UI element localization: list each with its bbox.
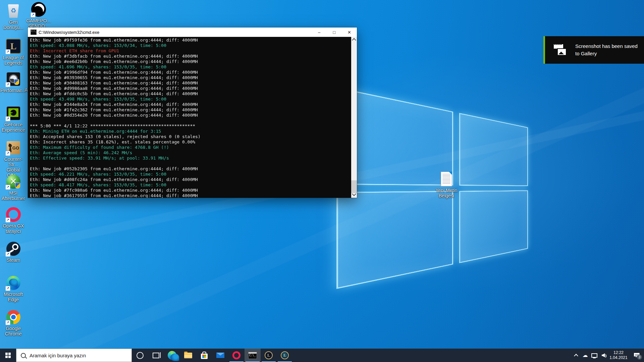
shortcut-arrow-icon: ↗ (5, 151, 10, 156)
taskbar: Aramak için buraya yazın ☁ 12:22 1.04.20… (0, 349, 644, 362)
cmd-icon (31, 29, 37, 35)
volume-icon[interactable] (599, 349, 608, 362)
desktop-icon-geforce[interactable]: ↗GeForce Experience (0, 105, 27, 133)
desktop-icon-label: Google Chrome (0, 326, 27, 337)
desktop-icon-label: Steam (0, 257, 27, 263)
taskbar-button-file-explorer[interactable] (180, 349, 196, 362)
console-line: Eth speed: 43.088 MH/s, shares: 153/0/34… (30, 43, 351, 48)
console-line: Eth: New job #f3dbfacb from eu1.ethermin… (30, 54, 351, 59)
onedrive-cloud-icon[interactable]: ☁ (581, 349, 590, 362)
lol-client-icon (265, 351, 273, 359)
shortcut-arrow-icon: ↗ (5, 49, 10, 54)
shortcut-arrow-icon: ↗ (5, 82, 10, 87)
shortcut-arrow-icon: ↗ (5, 252, 10, 257)
console-line: Eth: Incorrect ETH share from GPU1 (30, 48, 351, 54)
console-line: Eth: Accepted shares 153 (0 stales), rej… (30, 134, 351, 139)
cmd-icon (248, 352, 257, 359)
console-line: Eth: Incorrect shares 35 (18.62%), est. … (30, 139, 351, 145)
toast-message: Screenshot has been saved to Gallery (575, 43, 638, 57)
console-line: Eth: New job #7fc980a6 from eu1.ethermin… (30, 188, 351, 193)
notification-toast[interactable]: Screenshot has been saved to Gallery (543, 36, 644, 64)
console-line: Eth speed: 46.221 MH/s, shares: 153/0/35… (30, 172, 351, 177)
store-icon (201, 354, 208, 359)
desktop-icon-gamepower[interactable]: ↗GAMEPO... SENDO... (25, 1, 52, 29)
search-placeholder: Aramak için buraya yazın (30, 353, 86, 358)
desktop-icon-google-chrome[interactable]: ↗Google Chrome (0, 309, 27, 337)
cmd-titlebar[interactable]: C:\Windows\system32\cmd.exe – □ ✕ (28, 27, 357, 37)
toast-line1: Screenshot has been saved (575, 43, 638, 50)
taskbar-button-store[interactable] (196, 349, 212, 362)
desktop-icon-label: Yeni Metin Belgesi (433, 188, 460, 198)
shortcut-arrow-icon: ↗ (5, 218, 10, 223)
console-line: Eth: New job #d9986aa8 from eu1.ethermin… (30, 86, 351, 91)
console-line: Eth: Mining ETH on eu1.ethermine.org:444… (30, 129, 351, 134)
taskbar-button-cmd[interactable] (245, 349, 261, 362)
desktop-icon-steam[interactable]: ↗Steam (0, 241, 27, 263)
shortcut-arrow-icon: ↗ (5, 286, 10, 291)
desktop-icon-csgo[interactable]: ↗Counter-Str... Global Offe... (0, 140, 27, 178)
desktop-icon-label: Opera GX tarayıcı (0, 223, 27, 234)
console-line: Eth: New job #3617955f from eu1.ethermin… (30, 193, 351, 198)
desktop-icon-recycle-bin[interactable]: Geri Dönüşü... (0, 3, 27, 30)
taskbar-button-lol-client[interactable] (261, 349, 277, 362)
taskbar-search[interactable]: Aramak için buraya yazın (16, 349, 132, 362)
taskbar-button-opera-gx[interactable] (228, 349, 245, 362)
windows-start-icon (5, 353, 11, 358)
scroll-down-icon[interactable] (351, 192, 357, 198)
scrollbar[interactable] (351, 37, 357, 198)
opera-gx-icon (232, 351, 240, 359)
console-line: Eth: New job #1fe2c362 from eu1.ethermin… (30, 107, 351, 113)
desktop-icon-label: Geri Dönüşü... (0, 19, 27, 30)
console-line: Eth: New job #03930655 from eu1.ethermin… (30, 75, 351, 80)
console-line: Eth: New job #fddc0c5b from eu1.ethermin… (30, 91, 351, 97)
console-line: Eth: Effective speed: 33.91 MH/s; at poo… (30, 156, 351, 161)
shortcut-arrow-icon: ↗ (31, 12, 36, 17)
desktop-icon-msi[interactable]: ↗MSI Afterburner (0, 174, 27, 201)
textdoc-icon (441, 172, 452, 186)
taskbar-buttons (132, 349, 293, 362)
console-line (30, 161, 351, 166)
taskbar-button-edge[interactable] (164, 349, 180, 362)
taskbar-button-cortana[interactable] (132, 349, 148, 362)
clock-date: 1.04.2021 (608, 355, 629, 360)
system-tray: ☁ 12:22 1.04.2021 3 (572, 349, 644, 362)
scroll-up-icon[interactable] (351, 37, 357, 43)
desktop-icon-microsoft-edge[interactable]: ↗Microsoft Edge (0, 275, 27, 302)
close-button[interactable]: ✕ (342, 27, 357, 37)
console-line: Eth: New job #344e8a34 from eu1.ethermin… (30, 102, 351, 107)
console-line: Eth speed: 48.417 MH/s, shares: 153/0/35… (30, 182, 351, 188)
desktop-icon-league-of-legends[interactable]: ↗League of Legends (0, 38, 27, 66)
desktop-icon-label: MSI Afterburner (0, 190, 27, 201)
taskbar-button-task-view[interactable] (148, 349, 164, 362)
shortcut-arrow-icon: ↗ (5, 185, 10, 190)
desktop-icon-textdoc[interactable]: Yeni Metin Belgesi (433, 171, 460, 198)
scrollbar-thumb[interactable] (351, 180, 357, 193)
console-line (30, 118, 351, 123)
tray-icons: ☁ (572, 349, 608, 362)
clock-time: 12:22 (608, 350, 629, 355)
network-icon[interactable] (590, 349, 599, 362)
action-center-button[interactable]: 3 (629, 349, 644, 362)
toast-accent-bar (543, 36, 545, 64)
cortana-icon (137, 352, 144, 359)
minimize-button[interactable]: – (312, 27, 327, 37)
chevron-up-icon[interactable] (572, 349, 581, 362)
console-line: Eth: New job #30408163 from eu1.ethermin… (30, 80, 351, 86)
console-line: Eth: New job #ee6d2b0b from eu1.ethermin… (30, 59, 351, 64)
desktop-icon-label: Microsoft Edge (0, 292, 27, 302)
taskbar-button-mail[interactable] (212, 349, 228, 362)
desktop-icon-opera-gx[interactable]: ↗Opera GX tarayıcı (0, 206, 27, 234)
edge-icon (168, 351, 176, 360)
maximize-button[interactable]: □ (327, 27, 342, 37)
console-line: Eth: Average speed (5 min): 46.242 MH/s (30, 150, 351, 156)
taskbar-clock[interactable]: 12:22 1.04.2021 (608, 350, 629, 360)
lol-game-icon (281, 351, 289, 359)
desktop-icon-label: League of Legends (0, 55, 27, 66)
taskbar-button-lol-game[interactable] (277, 349, 293, 362)
screenshot-gallery-icon (554, 44, 567, 56)
console-line: Eth: New job #d08fc24a from eu1.ethermin… (30, 177, 351, 182)
console-line: Eth speed: 41.696 MH/s, shares: 153/0/35… (30, 64, 351, 70)
cmd-window[interactable]: C:\Windows\system32\cmd.exe – □ ✕ Eth: N… (28, 27, 357, 198)
start-button[interactable] (0, 349, 16, 362)
task-view-icon (153, 353, 159, 358)
